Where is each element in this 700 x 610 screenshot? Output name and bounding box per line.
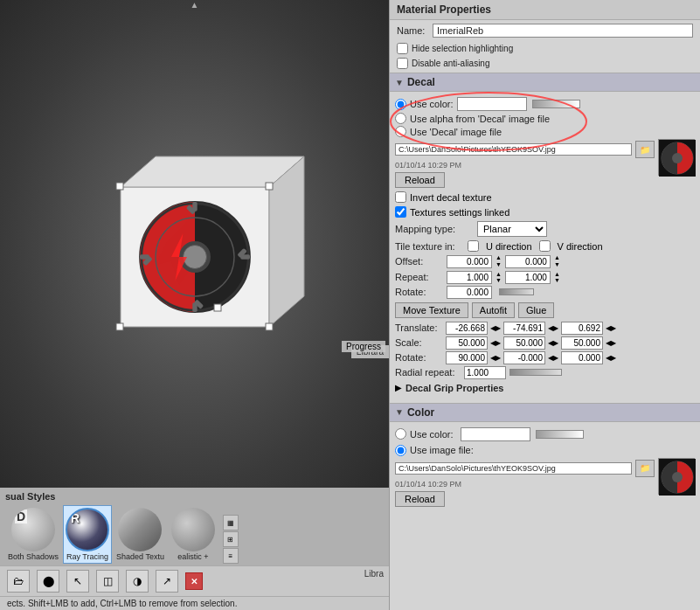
rx-arrows[interactable]: ◀▶ <box>490 354 501 362</box>
vs-icon-btn-2[interactable]: ⊞ <box>223 531 239 547</box>
offset-u-up[interactable]: ▲ <box>496 254 502 261</box>
vs-icon-btn-1[interactable]: ▦ <box>223 515 239 530</box>
folder-icon-btn[interactable]: 🗁 <box>7 570 30 593</box>
v-direction-checkbox[interactable] <box>539 240 551 252</box>
file-browse-btn[interactable]: 📁 <box>635 141 655 158</box>
decal-section-header[interactable]: ▼ Decal <box>390 73 700 92</box>
invert-row: Invert decal texture <box>395 190 695 204</box>
rotate2-z[interactable] <box>561 351 603 364</box>
name-row: Name: <box>390 20 700 41</box>
glue-btn[interactable]: Glue <box>518 302 554 318</box>
visual-style-realistic[interactable]: ealistic + <box>169 505 218 564</box>
repeat-v-up[interactable]: ▲ <box>554 271 560 277</box>
visual-style-ray-tracing[interactable]: R Ray Tracing <box>63 505 112 564</box>
use-alpha-row: Use alpha from 'Decal' image file <box>395 113 580 124</box>
disable-antialiasing-checkbox[interactable] <box>397 58 408 69</box>
color-use-image-radio[interactable] <box>395 445 406 456</box>
hide-selection-checkbox[interactable] <box>397 43 408 54</box>
translate-label: Translate: <box>395 322 443 333</box>
textures-linked-checkbox[interactable] <box>395 206 406 218</box>
color-swatch[interactable] <box>457 97 527 111</box>
visual-style-both-shadows[interactable]: D Both Shadows <box>5 505 61 564</box>
ty-arrows[interactable]: ◀▶ <box>548 324 558 332</box>
sy-arrows[interactable]: ◀▶ <box>548 339 558 347</box>
svg-rect-20 <box>214 304 221 311</box>
tx-arrows[interactable]: ◀▶ <box>490 324 501 332</box>
color-slider-2[interactable] <box>536 430 584 439</box>
sphere-icon-btn[interactable]: ⬤ <box>37 570 59 593</box>
vs-thumb-realistic <box>171 508 215 551</box>
move-texture-btn[interactable]: Move Texture <box>395 302 468 318</box>
rotate2-row: Rotate: ◀▶ ◀▶ ◀▶ <box>395 350 695 365</box>
repeat-v-down[interactable]: ▼ <box>554 277 560 283</box>
scale-x[interactable] <box>446 336 488 350</box>
properties-panel: Material Properties Name: Hide selection… <box>389 0 700 610</box>
cube-icon-btn[interactable]: ◫ <box>96 570 119 593</box>
invert-checkbox[interactable] <box>395 191 406 203</box>
file-path-input[interactable]: C:\Users\DanSolo\Pictures\thYEOK9SOV.jpg <box>395 143 632 156</box>
repeat-label: Repeat: <box>395 272 443 282</box>
3d-viewport[interactable]: ▲ <box>0 0 389 488</box>
color-file-browse-btn[interactable]: 📁 <box>635 460 655 477</box>
color-section-header[interactable]: ▼ Color <box>390 403 700 422</box>
use-alpha-label: Use alpha from 'Decal' image file <box>410 114 550 124</box>
repeat-u-input[interactable] <box>447 271 492 284</box>
ry-arrows[interactable]: ◀▶ <box>548 354 558 362</box>
autofit-btn[interactable]: Autofit <box>472 302 515 318</box>
translate-y[interactable] <box>503 322 545 335</box>
sz-arrows[interactable]: ◀▶ <box>606 339 616 347</box>
rotate-input[interactable] <box>447 286 492 299</box>
color-swatch-2[interactable] <box>461 427 530 441</box>
translate-x[interactable] <box>446 322 488 335</box>
use-decal-row: Use 'Decal' image file <box>395 126 580 137</box>
cursor-icon-btn[interactable]: ↖ <box>66 570 89 593</box>
offset-v-down[interactable]: ▼ <box>554 261 560 268</box>
color-section: ▼ Color Use color: Use image file: <box>390 403 700 512</box>
mapping-select[interactable]: Planar <box>477 221 547 237</box>
color-use-color-row: Use color: <box>395 426 695 443</box>
offset-u-input[interactable] <box>447 255 492 268</box>
vs-icon-btn-3[interactable]: ≡ <box>223 548 239 564</box>
decal-reload-btn[interactable]: Reload <box>395 172 445 188</box>
repeat-v-input[interactable] <box>505 271 551 284</box>
name-input[interactable] <box>433 24 693 38</box>
sx-arrows[interactable]: ◀▶ <box>490 339 501 347</box>
scale-label: Scale: <box>395 337 443 348</box>
color-use-color-radio[interactable] <box>395 428 406 440</box>
status-text: ects. Shift+LMB to add, Ctrl+LMB to remo… <box>7 599 237 608</box>
offset-v-input[interactable] <box>505 255 551 268</box>
radial-slider[interactable] <box>509 369 562 376</box>
use-color-radio[interactable] <box>395 99 406 110</box>
tz-arrows[interactable]: ◀▶ <box>606 324 616 332</box>
file-date: 01/10/14 10:29 PM <box>395 160 655 170</box>
decal-grip-section[interactable]: ▶ Decal Grip Properties <box>395 380 695 396</box>
vs-letter-d: D <box>15 509 27 523</box>
rotate-row: Rotate: <box>395 285 695 300</box>
color-file-path-input[interactable]: C:\Users\DanSolo\Pictures\thYEOK9SOV.jpg <box>395 462 632 475</box>
contrast-icon-btn[interactable]: ◑ <box>126 570 149 593</box>
color-slider[interactable] <box>532 100 580 108</box>
rz-arrows[interactable]: ◀▶ <box>606 354 616 362</box>
repeat-u-up[interactable]: ▲ <box>496 271 502 277</box>
rotate-label: Rotate: <box>395 287 443 297</box>
scale-z[interactable] <box>561 336 603 350</box>
rotate2-y[interactable] <box>503 351 545 364</box>
export-icon-btn[interactable]: ↗ <box>156 570 178 593</box>
rotate2-x[interactable] <box>446 351 488 364</box>
visual-style-shaded-texture[interactable]: Shaded Textu <box>114 505 167 564</box>
offset-v-up[interactable]: ▲ <box>554 254 560 261</box>
svg-point-27 <box>672 472 683 482</box>
decal-thumbnail <box>658 139 695 176</box>
scale-y[interactable] <box>503 336 545 350</box>
use-decal-radio[interactable] <box>395 126 406 137</box>
u-direction-checkbox[interactable] <box>468 240 479 252</box>
close-icon-btn[interactable]: ✕ <box>185 572 203 590</box>
use-alpha-radio[interactable] <box>395 113 406 124</box>
offset-u-down[interactable]: ▼ <box>496 261 502 268</box>
rotate-slider[interactable] <box>499 288 534 295</box>
translate-z[interactable] <box>561 322 603 335</box>
decal-radio-group-wrapper: Use color: Use alpha from 'Decal' image … <box>395 95 580 139</box>
repeat-u-down[interactable]: ▼ <box>496 277 502 283</box>
radial-input[interactable] <box>464 366 506 379</box>
color-reload-btn[interactable]: Reload <box>395 491 445 507</box>
